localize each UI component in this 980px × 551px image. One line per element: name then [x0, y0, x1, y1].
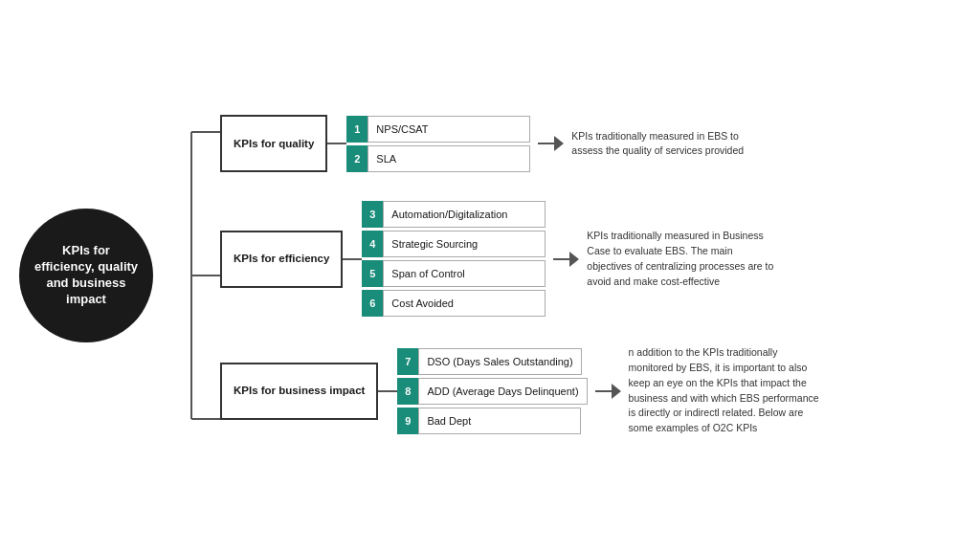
kpi-list-business: 7 DSO (Days Sales Outstanding) 8 ADD (Av…: [397, 348, 587, 434]
groups-container: KPIs for quality 1 NPS/CSAT 2 SLA: [220, 115, 820, 436]
center-label: KPIs for efficiency, quality and busines…: [33, 243, 139, 308]
arrow-quality: [538, 136, 564, 151]
kpi-label-3: Automation/Digitalization: [383, 201, 546, 228]
kpi-number-9: 9: [397, 408, 418, 434]
connector-quality-kpis: [327, 143, 346, 144]
kpi-number-1: 1: [346, 116, 368, 143]
kpi-item-2: 2 SLA: [346, 145, 530, 172]
group-business: KPIs for business impact 7 DSO (Days Sal…: [220, 345, 820, 436]
arrow-efficiency: [553, 252, 579, 267]
kpi-label-5: Span of Control: [383, 260, 546, 287]
description-business: n addition to the KPIs traditionally mon…: [629, 345, 820, 436]
kpi-item-8: 8 ADD (Average Days Delinquent): [397, 378, 587, 405]
diagram-wrapper: KPIs for efficiency, quality and busines…: [0, 0, 980, 551]
category-box-business: KPIs for business impact: [220, 363, 378, 420]
category-label-business: KPIs for business impact: [234, 384, 365, 398]
kpi-label-7: DSO (Days Sales Outstanding): [418, 348, 581, 375]
connector-business-kpis: [378, 390, 397, 392]
kpi-number-6: 6: [362, 290, 383, 317]
description-quality: KPIs traditionally measured in EBS to as…: [571, 129, 763, 160]
category-box-efficiency: KPIs for efficiency: [220, 231, 343, 288]
arrow-business: [595, 384, 621, 399]
kpi-label-4: Strategic Sourcing: [383, 231, 546, 257]
kpi-item-6: 6 Cost Avoided: [362, 290, 546, 317]
category-label-efficiency: KPIs for efficiency: [234, 252, 329, 266]
kpi-number-8: 8: [397, 378, 418, 405]
kpi-item-1: 1 NPS/CSAT: [346, 116, 530, 143]
category-box-quality: KPIs for quality: [220, 115, 327, 172]
kpi-number-3: 3: [362, 201, 383, 228]
kpi-number-5: 5: [362, 260, 383, 287]
group-efficiency: KPIs for efficiency 3 Automation/Digital…: [220, 201, 820, 317]
kpi-item-5: 5 Span of Control: [362, 260, 546, 287]
kpi-item-9: 9 Bad Dept: [397, 408, 587, 434]
kpi-number-7: 7: [397, 348, 418, 375]
connector-efficiency-kpis: [343, 258, 362, 260]
kpi-label-2: SLA: [368, 145, 530, 172]
left-connectors: [163, 70, 220, 481]
kpi-list-efficiency: 3 Automation/Digitalization 4 Strategic …: [362, 201, 546, 317]
kpi-number-2: 2: [346, 145, 368, 172]
group-quality: KPIs for quality 1 NPS/CSAT 2 SLA: [220, 115, 820, 172]
kpi-number-4: 4: [362, 231, 383, 257]
category-label-quality: KPIs for quality: [234, 137, 314, 151]
kpi-label-9: Bad Dept: [418, 408, 581, 434]
kpi-item-7: 7 DSO (Days Sales Outstanding): [397, 348, 587, 375]
kpi-label-6: Cost Avoided: [383, 290, 546, 317]
kpi-list-quality: 1 NPS/CSAT 2 SLA: [346, 116, 530, 172]
center-circle: KPIs for efficiency, quality and busines…: [19, 209, 153, 342]
kpi-item-3: 3 Automation/Digitalization: [362, 201, 546, 228]
description-efficiency: KPIs traditionally measured in Business …: [587, 229, 778, 289]
kpi-label-8: ADD (Average Days Delinquent): [418, 378, 587, 405]
kpi-item-4: 4 Strategic Sourcing: [362, 231, 546, 257]
kpi-label-1: NPS/CSAT: [368, 116, 530, 143]
